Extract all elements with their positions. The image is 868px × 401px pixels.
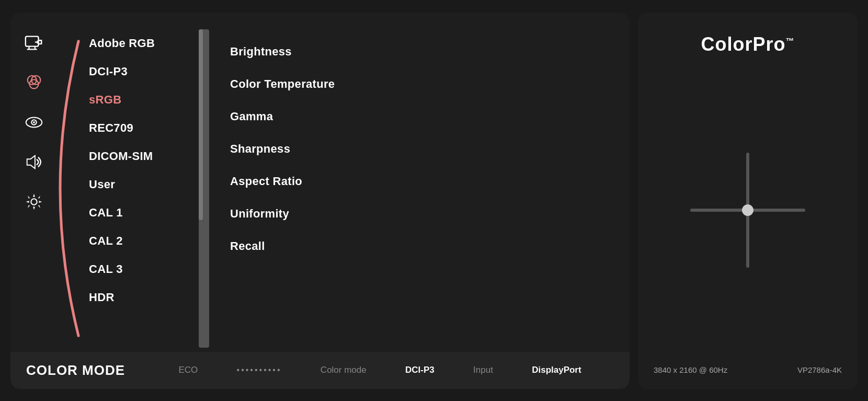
color-mode-adobe-rgb[interactable]: Adobe RGB: [89, 29, 188, 58]
input-icon[interactable]: [21, 30, 47, 55]
color-mode-dci-p3[interactable]: DCI-P3: [89, 58, 188, 86]
svg-point-10: [33, 121, 35, 123]
color-mode-srgb[interactable]: sRGB: [89, 86, 188, 114]
color-mode-cal1[interactable]: CAL 1: [89, 199, 188, 227]
input-label: Input: [473, 365, 493, 375]
color-circles-icon[interactable]: [21, 70, 47, 95]
eye-icon[interactable]: [21, 110, 47, 135]
input-value: DisplayPort: [532, 365, 581, 375]
color-mode-rec709[interactable]: REC709: [89, 114, 188, 142]
right-bottom-info: 3840 x 2160 @ 60Hz VP2786a-4K: [648, 365, 847, 374]
eco-dots: ••••••••••: [237, 365, 282, 375]
model-info: VP2786a-4K: [797, 365, 842, 374]
brand-tm: ™: [786, 37, 795, 45]
sidebar-icons: [10, 25, 58, 352]
brand-name: ColorPro: [701, 33, 785, 55]
bottom-section-title: COLOR MODE: [26, 362, 125, 379]
eco-label: ECO: [178, 365, 198, 375]
crosshair-widget: [690, 153, 805, 268]
svg-point-12: [31, 199, 37, 204]
color-mode-value: DCI-P3: [405, 365, 435, 375]
bottom-info: ECO •••••••••• Color mode DCI-P3 Input D…: [146, 365, 614, 375]
settings-sharpness[interactable]: Sharpness: [230, 133, 630, 165]
gear-icon[interactable]: [21, 189, 47, 214]
color-mode-dicom-sim[interactable]: DICOM-SIM: [89, 142, 188, 170]
crosshair-dot: [742, 204, 753, 216]
svg-marker-11: [27, 155, 35, 168]
color-mode-cal2[interactable]: CAL 2: [89, 227, 188, 255]
color-mode-hdr[interactable]: HDR: [89, 283, 188, 312]
settings-recall[interactable]: Recall: [230, 230, 630, 262]
settings-aspect-ratio[interactable]: Aspect Ratio: [230, 165, 630, 198]
scrollbar[interactable]: [199, 25, 209, 352]
right-panel: ColorPro™ 3840 x 2160 @ 60Hz VP2786a-4K: [638, 13, 858, 389]
left-panel: Adobe RGB DCI-P3 sRGB REC709 DICOM-SIM U…: [10, 13, 630, 389]
brand-title: ColorPro™: [701, 33, 794, 55]
main-container: Adobe RGB DCI-P3 sRGB REC709 DICOM-SIM U…: [10, 13, 858, 389]
scrollbar-track: [199, 29, 209, 348]
svg-rect-0: [26, 36, 39, 46]
audio-icon[interactable]: [21, 150, 47, 175]
color-mode-label: Color mode: [321, 365, 367, 375]
curve-accent: [58, 25, 84, 352]
settings-brightness[interactable]: Brightness: [230, 36, 630, 68]
settings-color-temperature[interactable]: Color Temperature: [230, 68, 630, 100]
scrollbar-thumb: [199, 29, 203, 220]
resolution-info: 3840 x 2160 @ 60Hz: [654, 365, 727, 374]
bottom-bar: COLOR MODE ECO •••••••••• Color mode DCI…: [10, 352, 630, 389]
settings-gamma[interactable]: Gamma: [230, 100, 630, 133]
settings-menu: Brightness Color Temperature Gamma Sharp…: [209, 25, 630, 352]
left-panel-body: Adobe RGB DCI-P3 sRGB REC709 DICOM-SIM U…: [10, 13, 630, 352]
color-mode-list: Adobe RGB DCI-P3 sRGB REC709 DICOM-SIM U…: [84, 25, 188, 352]
color-mode-user[interactable]: User: [89, 170, 188, 199]
settings-uniformity[interactable]: Uniformity: [230, 198, 630, 230]
color-mode-cal3[interactable]: CAL 3: [89, 255, 188, 283]
